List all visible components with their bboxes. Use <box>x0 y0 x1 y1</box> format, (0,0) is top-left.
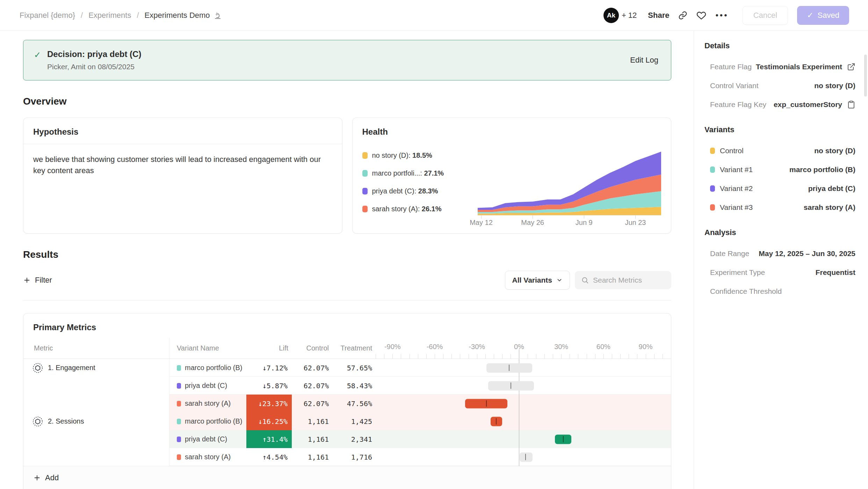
control-cell: 62.07% <box>292 395 332 412</box>
treatment-cell: 1,425 <box>332 412 376 430</box>
legend-label: marco portfoli...: 27.1% <box>372 169 444 177</box>
sidebar-row-value: no story (D) <box>814 82 855 90</box>
sidebar-row: Feature FlagTestimonials Experiment <box>704 57 855 76</box>
external-link-icon[interactable] <box>847 63 855 71</box>
add-filter-button[interactable]: Filter <box>23 276 52 285</box>
zero-gridline <box>519 430 519 448</box>
metric-cell <box>23 448 169 466</box>
treatment-cell: 58.43% <box>332 377 376 395</box>
variant-color-chip <box>177 401 181 406</box>
lift-value: ↓23.37% <box>258 399 288 408</box>
chart-x-labels: May 12May 26Jun 9Jun 23 <box>478 219 661 228</box>
axis-minor-tick <box>603 354 604 359</box>
breadcrumb-separator: / <box>137 11 139 20</box>
axis-minor-tick <box>544 354 545 359</box>
treatment-cell: 47.56% <box>332 395 376 412</box>
confidence-interval-bar[interactable] <box>520 452 533 462</box>
axis-label: -90% <box>384 343 401 351</box>
ci-point-estimate-tick <box>509 365 509 371</box>
scrollbar-thumb[interactable] <box>864 55 867 97</box>
treatment-cell: 2,341 <box>332 430 376 448</box>
share-button[interactable]: Share <box>648 11 669 20</box>
confidence-interval-bar[interactable] <box>488 381 534 390</box>
health-legend: no story (D): 18.5%marco portfoli...: 27… <box>362 146 478 228</box>
decision-title: Decision: priya debt (C) <box>47 49 628 59</box>
sidebar-row: Control Variantno story (D) <box>704 76 855 95</box>
favorite-button[interactable] <box>696 10 706 20</box>
table-row[interactable]: sarah story (A)↓23.37%62.07%47.56% <box>23 395 671 412</box>
clipboard-icon[interactable] <box>847 100 855 109</box>
heart-icon <box>696 10 706 20</box>
hypothesis-body[interactable]: we believe that showing customer stories… <box>23 144 342 186</box>
avatar-overflow-count[interactable]: + 12 <box>622 11 637 20</box>
variant-color-chip <box>710 185 715 192</box>
copy-link-button[interactable] <box>678 11 687 20</box>
variants-dropdown[interactable]: All Variants <box>505 271 570 290</box>
breadcrumb-section[interactable]: Experiments <box>88 11 131 20</box>
breadcrumb-project[interactable]: Fixpanel {demo} <box>20 11 75 20</box>
add-metric-button[interactable]: Add <box>33 473 59 482</box>
avatar[interactable]: Ak <box>603 8 619 23</box>
saved-button[interactable]: ✓ Saved <box>797 6 849 25</box>
sidebar-row-label: Control <box>710 147 744 155</box>
legend-label: priya debt (C): 28.3% <box>372 187 438 195</box>
variant-color-chip <box>710 204 715 211</box>
axis-minor-tick <box>629 354 629 359</box>
variant-name: marco portfolio (B) <box>185 364 243 372</box>
chart-x-tick-label: May 26 <box>521 219 544 227</box>
legend-item: no story (D): 18.5% <box>362 151 478 160</box>
search-metrics-box[interactable] <box>575 271 671 289</box>
ci-point-estimate-tick <box>563 436 564 442</box>
hypothesis-card: Hypothesis we believe that showing custo… <box>23 118 342 234</box>
sidebar-row: Variant #3sarah story (A) <box>704 198 855 217</box>
variant-cell: marco portfolio (B) <box>169 412 246 430</box>
metric-goal-icon <box>32 363 43 373</box>
legend-item: marco portfoli...: 27.1% <box>362 169 478 177</box>
lift-cell: ↓23.37% <box>246 395 292 412</box>
sidebar-section-heading: Variants <box>704 125 855 134</box>
sidebar-row: Controlno story (D) <box>704 141 855 160</box>
top-actions: Ak + 12 Share ••• Cancel ✓ Saved <box>603 6 849 25</box>
control-value: 62.07% <box>304 364 329 372</box>
confidence-interval-bar[interactable] <box>555 434 571 444</box>
metric-cell <box>23 430 169 448</box>
microscope-icon <box>214 11 222 20</box>
sidebar-row-value: priya debt (C) <box>808 184 855 193</box>
ci-plot-cell <box>376 412 671 430</box>
axis-minor-tick <box>587 354 587 359</box>
search-metrics-input[interactable] <box>593 276 665 284</box>
confidence-interval-bar[interactable] <box>491 417 502 426</box>
cancel-button[interactable]: Cancel <box>743 6 788 25</box>
axis-minor-tick <box>553 354 553 359</box>
sidebar-value-text: May 12, 2025 – Jun 30, 2025 <box>759 249 855 258</box>
col-header-treatment: Treatment <box>332 338 376 359</box>
confidence-interval-bar[interactable] <box>465 399 507 408</box>
divider <box>23 300 671 300</box>
sidebar-row-label: Confidence Threshold <box>710 287 782 296</box>
table-row[interactable]: priya debt (C)↓5.87%62.07%58.43% <box>23 377 671 395</box>
breadcrumb-separator: / <box>81 11 83 20</box>
edit-log-button[interactable]: Edit Log <box>628 56 660 65</box>
axis-minor-tick <box>646 354 646 359</box>
sidebar-row-value: May 12, 2025 – Jun 30, 2025 <box>759 249 855 258</box>
health-card: Health no story (D): 18.5%marco portfoli… <box>352 118 672 234</box>
axis-minor-tick <box>384 354 384 359</box>
sidebar-value-text: no story (D) <box>814 147 855 155</box>
chart-x-axis <box>478 215 661 219</box>
chart-x-tick <box>533 215 533 219</box>
sidebar-row: Feature Flag Keyexp_customerStory <box>704 95 855 114</box>
more-options-button[interactable]: ••• <box>715 10 728 20</box>
table-row[interactable]: sarah story (A)↑4.54%1,1611,716 <box>23 448 671 466</box>
sidebar-row-value: no story (D) <box>814 147 855 155</box>
confidence-interval-bar[interactable] <box>486 363 532 373</box>
top-bar: Fixpanel {demo} / Experiments / Experime… <box>0 0 868 31</box>
table-row[interactable]: priya debt (C)↑31.4%1,1612,341 <box>23 430 671 448</box>
table-row[interactable]: 1. Engagementmarco portfolio (B)↓7.12%62… <box>23 359 671 377</box>
control-cell: 62.07% <box>292 359 332 377</box>
axis-minor-tick <box>595 354 595 359</box>
table-row[interactable]: 2. Sessionsmarco portfolio (B)↓16.25%1,1… <box>23 412 671 430</box>
variant-cell: priya debt (C) <box>169 430 246 448</box>
avatar-group[interactable]: Ak + 12 <box>603 8 637 23</box>
axis-minor-tick <box>620 354 621 359</box>
sidebar-row: Variant #1marco portfolio (B) <box>704 160 855 179</box>
